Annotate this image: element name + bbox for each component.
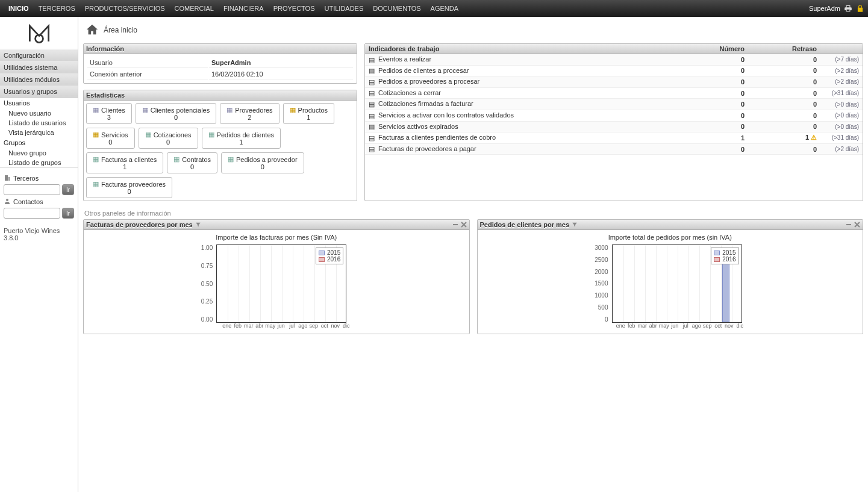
indicator-delay: 0 (748, 87, 820, 99)
nav-financiera[interactable]: FINANCIERA (219, 0, 269, 17)
minimize-icon[interactable] (452, 222, 458, 228)
indicator-info: (>2 días) (820, 65, 863, 76)
indicator-delay: 0 (748, 54, 820, 66)
stat-label: Cotizaciones (154, 131, 192, 139)
sidebar-link-listado-usuarios[interactable]: Listado de usuarios (0, 118, 78, 128)
nav-comercial[interactable]: COMERCIAL (170, 0, 219, 17)
stat-box[interactable]: ▦Clientes potenciales0 (136, 103, 216, 124)
sidebar-subhead-usuarios[interactable]: Usuarios (0, 98, 78, 108)
chart-legend: 20152016 (711, 248, 738, 264)
sidebar-subhead-grupos[interactable]: Grupos (0, 137, 78, 148)
stat-box[interactable]: ▦Facturas proveedores0 (86, 177, 172, 198)
indicator-row[interactable]: ▤Servicios activos expirados 0 0 (>0 día… (365, 121, 863, 132)
close-icon[interactable] (461, 222, 467, 228)
user-label[interactable]: SuperAdm (809, 5, 840, 12)
indicator-info: (>0 días) (820, 99, 863, 110)
stat-label: Contratos (182, 156, 211, 163)
stat-value: 1 (208, 139, 274, 146)
stat-box[interactable]: ▦Contratos0 (167, 152, 217, 173)
sidebar-link-listado-grupos[interactable]: Listado de grupos (0, 158, 78, 167)
sidebar-item-utilidades-modulos[interactable]: Utilidades módulos (0, 73, 78, 86)
stat-value: 0 (145, 139, 192, 146)
indicator-row[interactable]: ▤Cotizaciones a cerrar 0 0 (>31 días) (365, 87, 863, 99)
stat-label: Facturas a clientes (101, 156, 157, 163)
chart2-title: Pedidos de clientes por mes (480, 221, 570, 228)
sidebar: Configuración Utilidades sistema Utilida… (0, 17, 78, 492)
nav-productos-servicios[interactable]: PRODUCTOS/SERVICIOS (80, 0, 170, 17)
lock-icon[interactable] (856, 4, 864, 13)
nav-proyectos[interactable]: PROYECTOS (269, 0, 320, 17)
nav-utilidades[interactable]: UTILIDADES (320, 0, 369, 17)
panel-pedidos-clientes-mes: Pedidos de clientes por mes Importe tota… (477, 219, 864, 334)
sidebar-link-nuevo-grupo[interactable]: Nuevo grupo (0, 148, 78, 158)
top-nav: INICIO TERCEROS PRODUCTOS/SERVICIOS COME… (0, 0, 868, 17)
stat-box[interactable]: ▦Cotizaciones0 (139, 128, 198, 149)
indicator-row[interactable]: ▤Cotizaciones firmadas a facturar 0 0 (>… (365, 99, 863, 110)
filter-icon[interactable] (195, 222, 201, 228)
nav-terceros[interactable]: TERCEROS (34, 0, 80, 17)
doc-icon: ▦ (290, 106, 296, 114)
stat-box[interactable]: ▦Pedidos a proveedor0 (221, 152, 304, 173)
nav-inicio[interactable]: INICIO (4, 0, 34, 17)
stat-box[interactable]: ▦Facturas a clientes1 (86, 152, 163, 173)
logo[interactable] (0, 17, 78, 49)
search-terceros-input[interactable] (4, 184, 60, 195)
stat-box[interactable]: ▦Pedidos de clientes1 (202, 128, 281, 149)
svg-rect-2 (453, 224, 458, 225)
info-value: SuperAdmin (209, 58, 353, 68)
sidebar-link-nuevo-usuario[interactable]: Nuevo usuario (0, 108, 78, 118)
indicator-num: 0 (694, 87, 748, 99)
doc-icon: ▦ (173, 155, 180, 163)
doc-icon: ▤ (369, 123, 376, 131)
info-label: Usuario (87, 58, 208, 68)
doc-icon: ▦ (208, 131, 214, 139)
stat-box[interactable]: ▦Servicios0 (86, 128, 135, 149)
panel-estadisticas: Estadísticas ▦Clientes3▦Clientes potenci… (83, 90, 357, 201)
indicator-row[interactable]: ▤Facturas de proveedores a pagar 0 0 (>2… (365, 143, 863, 155)
chart1-title: Facturas de proveedores por mes (86, 221, 193, 228)
sidebar-item-utilidades-sistema[interactable]: Utilidades sistema (0, 61, 78, 73)
search-contactos-input[interactable] (4, 208, 60, 219)
stat-box[interactable]: ▦Productos1 (283, 103, 335, 124)
doc-icon: ▤ (369, 112, 376, 120)
indicators-title: Indicadores de trabajo (365, 44, 694, 54)
doc-icon: ▦ (93, 131, 99, 139)
close-icon[interactable] (854, 222, 860, 228)
panel-informacion: Información Usuario SuperAdmin Conexión … (83, 43, 357, 84)
sidebar-item-configuracion[interactable]: Configuración (0, 49, 78, 61)
chart-pedidos-clientes: 30002500200015001000500020152016enefebma… (482, 244, 858, 329)
doc-icon: ▦ (93, 106, 99, 114)
print-icon[interactable] (844, 4, 852, 13)
doc-icon: ▦ (226, 106, 233, 114)
search-terceros-button[interactable]: Ir (62, 184, 74, 195)
stat-box[interactable]: ▦Proveedores2 (220, 103, 279, 124)
svg-rect-3 (846, 224, 851, 225)
indicator-label: Pedidos a proveedores a procesar (378, 78, 479, 85)
stat-value: 0 (173, 163, 211, 170)
stat-box[interactable]: ▦Clientes3 (86, 103, 132, 124)
stat-label: Pedidos a proveedor (236, 156, 298, 163)
panel-indicadores: Indicadores de trabajo Número Retraso ▤E… (364, 43, 863, 201)
doc-icon: ▦ (142, 106, 148, 114)
info-row-conexion: Conexión anterior 16/02/2016 02:10 (87, 69, 353, 79)
indicator-row[interactable]: ▤Pedidos de clientes a procesar 0 0 (>2 … (365, 65, 863, 76)
indicator-row[interactable]: ▤Servicios a activar con los contratos v… (365, 110, 863, 121)
nav-documentos[interactable]: DOCUMENTOS (368, 0, 425, 17)
indicator-row[interactable]: ▤Eventos a realizar 0 0 (>7 días) (365, 54, 863, 66)
stat-value: 0 (228, 163, 298, 170)
minimize-icon[interactable] (846, 222, 852, 228)
indicator-label: Cotizaciones a cerrar (378, 89, 441, 96)
indicator-label: Facturas a clientes pendientes de cobro (378, 134, 496, 141)
search-contactos-button[interactable]: Ir (62, 208, 74, 219)
stat-value: 0 (93, 188, 166, 195)
other-panels-title: Otros paneles de información (84, 210, 863, 217)
indicator-info: (>31 días) (820, 132, 863, 144)
sidebar-item-usuarios-grupos[interactable]: Usuarios y grupos (0, 86, 78, 98)
warning-icon: ⚠ (811, 134, 817, 141)
sidebar-link-vista-jerarquica[interactable]: Vista jerárquica (0, 128, 78, 137)
filter-icon[interactable] (572, 222, 578, 228)
indicator-row[interactable]: ▤Pedidos a proveedores a procesar 0 0 (>… (365, 76, 863, 88)
indicator-delay: 0 (748, 99, 820, 110)
indicator-row[interactable]: ▤Facturas a clientes pendientes de cobro… (365, 132, 863, 144)
nav-agenda[interactable]: AGENDA (426, 0, 463, 17)
